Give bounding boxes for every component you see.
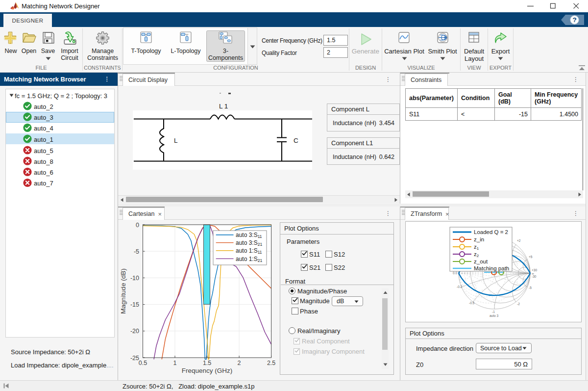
svg-text:2.5: 2.5 — [267, 360, 275, 366]
svg-text:z_out: z_out — [474, 259, 488, 264]
svg-text:-20: -20 — [130, 328, 139, 335]
svg-text:z_in: z_in — [474, 236, 484, 242]
svg-text:Magnitude (dB): Magnitude (dB) — [120, 268, 127, 313]
svg-text:auto 3: auto 3 — [490, 314, 498, 317]
svg-text:1: 1 — [173, 360, 177, 366]
svg-text:-15: -15 — [130, 301, 139, 308]
svg-text:-0.5: -0.5 — [469, 301, 475, 305]
svg-text:+2: +2 — [517, 239, 521, 242]
svg-text:-1: -1 — [492, 310, 495, 313]
svg-text:-5: -5 — [529, 286, 532, 289]
svg-text:Loaded Q = 2: Loaded Q = 2 — [474, 229, 508, 235]
svg-text:-5: -5 — [134, 248, 139, 255]
svg-text:-10: -10 — [130, 275, 139, 282]
svg-text:0.0: 0.0 — [453, 271, 457, 275]
svg-text:Matching path: Matching path — [474, 265, 509, 271]
svg-text:Frequency (GHz): Frequency (GHz) — [182, 367, 233, 374]
svg-text:-25: -25 — [130, 355, 139, 362]
svg-text:0.5: 0.5 — [139, 360, 147, 366]
svg-text:?: ? — [572, 16, 576, 24]
svg-text:L 1: L 1 — [219, 103, 228, 110]
svg-text:-0.2: -0.2 — [457, 285, 463, 288]
svg-text:C: C — [294, 137, 298, 144]
svg-text:0: 0 — [136, 222, 139, 229]
svg-text:1.5: 1.5 — [203, 360, 211, 366]
svg-text:-2: -2 — [517, 302, 520, 306]
svg-text:2: 2 — [238, 360, 241, 366]
svg-text:L: L — [174, 137, 178, 144]
svg-text:+5: +5 — [529, 255, 533, 259]
svg-text:-30: -30 — [532, 275, 537, 278]
